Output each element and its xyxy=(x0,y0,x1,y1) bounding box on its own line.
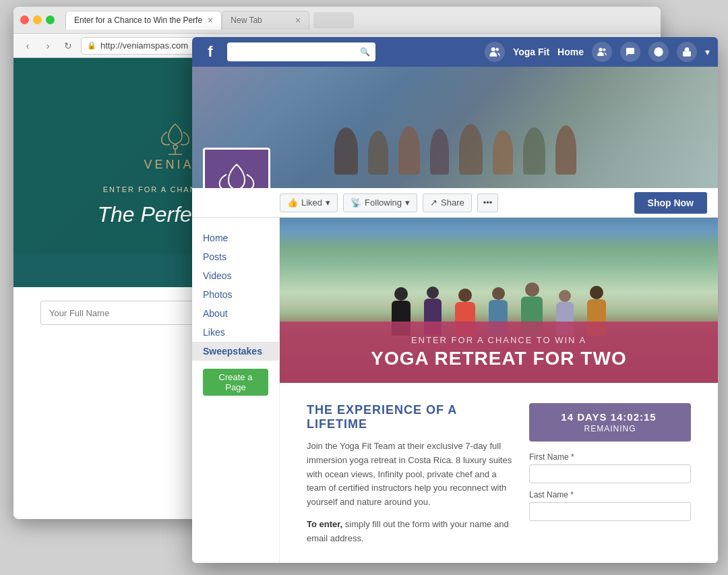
fb-page-name: Yoga Fit xyxy=(513,47,549,57)
svg-point-4 xyxy=(495,48,499,51)
fb-home-link[interactable]: Home xyxy=(557,47,584,57)
fb-create-page-label: Create a Page xyxy=(219,372,253,392)
fb-banner-headline: YOGA RETREAT FOR TWO xyxy=(300,348,698,369)
svg-point-0 xyxy=(173,145,177,149)
fb-description-text: Join the Yoga Fit Team at their exclusiv… xyxy=(307,441,512,507)
fb-sidebar-likes[interactable]: Likes xyxy=(192,323,279,342)
back-button[interactable]: ‹ xyxy=(20,38,35,53)
fb-experience-description: Join the Yoga Fit Team at their exclusiv… xyxy=(307,440,516,510)
svg-rect-9 xyxy=(683,51,691,56)
fb-lock-icon[interactable] xyxy=(677,42,697,62)
fb-sidebar-home[interactable]: Home xyxy=(192,229,279,247)
fb-chat-icon[interactable] xyxy=(620,42,640,62)
minimize-traffic-light[interactable] xyxy=(33,16,42,24)
tab-active[interactable]: Enter for a Chance to Win the Perfe × xyxy=(65,11,222,30)
fb-firstname-label: First Name * xyxy=(529,440,691,462)
veniam-logo-icon xyxy=(155,117,195,158)
fb-friends-icon[interactable] xyxy=(485,42,505,62)
fb-liked-dropdown-icon: ▾ xyxy=(326,198,330,208)
url-text: http://veniamspas.com xyxy=(100,40,188,51)
fb-cover-image xyxy=(192,67,718,188)
browser-titlebar: Enter for a Chance to Win the Perfe × Ne… xyxy=(13,7,661,34)
fb-profile-yoga-logo xyxy=(210,154,264,188)
fb-liked-button[interactable]: 👍 Liked ▾ xyxy=(280,193,338,212)
fb-enter-note: To enter, simply fill out the form with … xyxy=(307,518,516,546)
fb-nav-dropdown-icon[interactable]: ▾ xyxy=(705,47,710,57)
new-tab-area xyxy=(313,12,354,28)
svg-point-3 xyxy=(491,47,495,51)
fb-sidebar-sweepstakes[interactable]: Sweepstakes xyxy=(192,342,279,361)
fb-following-button[interactable]: 📡 Following ▾ xyxy=(343,193,417,212)
fb-banner-enter-text: ENTER FOR A CHANCE TO WIN A xyxy=(300,335,698,345)
fb-logo-icon: f xyxy=(200,42,220,62)
fb-body: Home Posts Videos Photos About Likes Swe… xyxy=(192,218,718,563)
forward-button[interactable]: › xyxy=(40,38,55,53)
fb-content-section: THE EXPERIENCE OF A LIFETIME Join the Yo… xyxy=(280,383,718,563)
fb-following-dropdown-icon: ▾ xyxy=(405,198,410,208)
fb-sidebar-about[interactable]: About xyxy=(192,304,279,323)
fb-enter-strong: To enter, xyxy=(307,519,342,529)
svg-point-5 xyxy=(599,48,602,51)
fb-following-icon: 📡 xyxy=(351,198,361,208)
fb-shop-now-label: Shop Now xyxy=(648,198,694,208)
tab-bar: Enter for a Chance to Win the Perfe × Ne… xyxy=(65,11,654,30)
fb-share-button[interactable]: ↗ Share xyxy=(423,193,472,212)
fb-sidebar: Home Posts Videos Photos About Likes Swe… xyxy=(192,218,280,563)
fb-search-icon: 🔍 xyxy=(360,47,370,57)
fb-countdown-timer: 14 DAYS 14:02:15 xyxy=(561,411,656,423)
tab-newtab[interactable]: New Tab × xyxy=(222,11,309,30)
fb-thumbs-up-icon: 👍 xyxy=(287,198,298,208)
fb-experience-title: THE EXPERIENCE OF A LIFETIME xyxy=(307,403,516,431)
fb-countdown-remaining: REMAINING xyxy=(584,424,636,433)
fb-profile-picture xyxy=(203,148,270,188)
fb-following-label: Following xyxy=(365,198,402,208)
fb-nav-right: Yoga Fit Home xyxy=(485,42,710,62)
fb-lastname-input[interactable] xyxy=(529,502,691,521)
fb-countdown-box: 14 DAYS 14:02:15 REMAINING xyxy=(529,403,691,442)
refresh-button[interactable]: ↻ xyxy=(61,38,75,53)
fb-firstname-input[interactable] xyxy=(529,464,691,483)
fb-share-label: Share xyxy=(441,198,464,208)
fb-shop-now-button[interactable]: Shop Now xyxy=(634,192,707,214)
fb-globe-icon[interactable] xyxy=(648,42,669,62)
fb-ellipsis-icon: ••• xyxy=(483,198,493,208)
fb-yoga-banner: ENTER FOR A CHANCE TO WIN A YOGA RETREAT… xyxy=(280,218,718,383)
tab-close-button[interactable]: × xyxy=(208,15,213,26)
fb-main-content: ENTER FOR A CHANCE TO WIN A YOGA RETREAT… xyxy=(280,218,718,563)
fb-create-page-button[interactable]: Create a Page xyxy=(203,369,268,396)
fb-search-bar[interactable]: 🔍 xyxy=(227,42,375,61)
fullscreen-traffic-light[interactable] xyxy=(46,16,55,24)
fb-cover-photo xyxy=(192,67,718,188)
fb-sidebar-posts[interactable]: Posts xyxy=(192,247,279,266)
fb-search-input[interactable] xyxy=(233,47,356,57)
fb-friends-icon2[interactable] xyxy=(592,42,612,62)
svg-point-6 xyxy=(603,49,605,51)
fb-action-bar: 👍 Liked ▾ 📡 Following ▾ ↗ Share ••• Shop… xyxy=(192,188,718,218)
fb-more-button[interactable]: ••• xyxy=(477,193,499,212)
tab-newtab-close[interactable]: × xyxy=(295,15,301,26)
fb-sidebar-videos[interactable]: Videos xyxy=(192,266,279,285)
close-traffic-light[interactable] xyxy=(20,16,29,24)
traffic-lights xyxy=(20,16,55,24)
fb-banner-text-overlay: ENTER FOR A CHANCE TO WIN A YOGA RETREAT… xyxy=(280,322,718,383)
fb-sidebar-photos[interactable]: Photos xyxy=(192,285,279,304)
tab-newtab-label: New Tab xyxy=(231,16,262,25)
tab-active-label: Enter for a Chance to Win the Perfe xyxy=(74,16,202,25)
facebook-window: f 🔍 Yoga Fit Home xyxy=(192,37,718,563)
fb-share-icon: ↗ xyxy=(430,198,437,208)
fb-navbar: f 🔍 Yoga Fit Home xyxy=(192,37,718,67)
fb-liked-label: Liked xyxy=(301,198,322,208)
